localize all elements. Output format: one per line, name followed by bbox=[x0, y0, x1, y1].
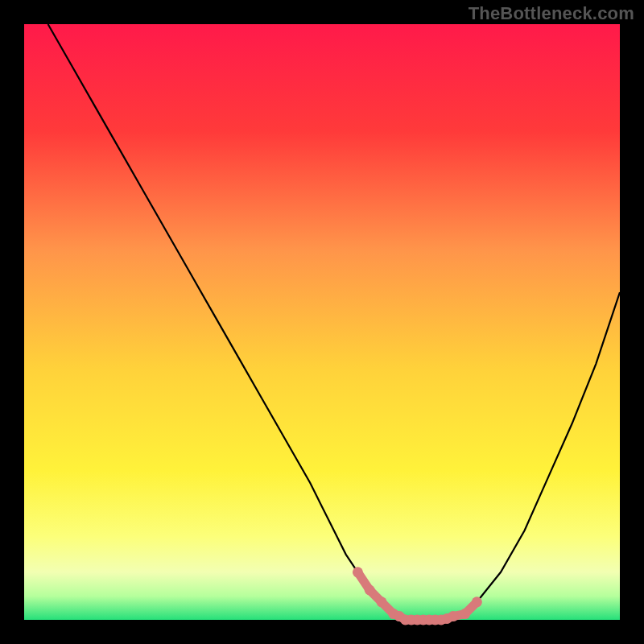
watermark-text: TheBottleneck.com bbox=[469, 3, 634, 24]
plateau-dot bbox=[472, 597, 482, 607]
plot-background bbox=[24, 24, 620, 620]
plateau-dot bbox=[377, 597, 387, 607]
plateau-dot bbox=[448, 611, 458, 621]
plateau-dot bbox=[365, 585, 375, 596]
bottleneck-chart bbox=[0, 0, 644, 644]
plateau-dot bbox=[353, 567, 363, 577]
chart-frame: TheBottleneck.com bbox=[0, 0, 644, 644]
plateau-dot bbox=[460, 609, 470, 619]
